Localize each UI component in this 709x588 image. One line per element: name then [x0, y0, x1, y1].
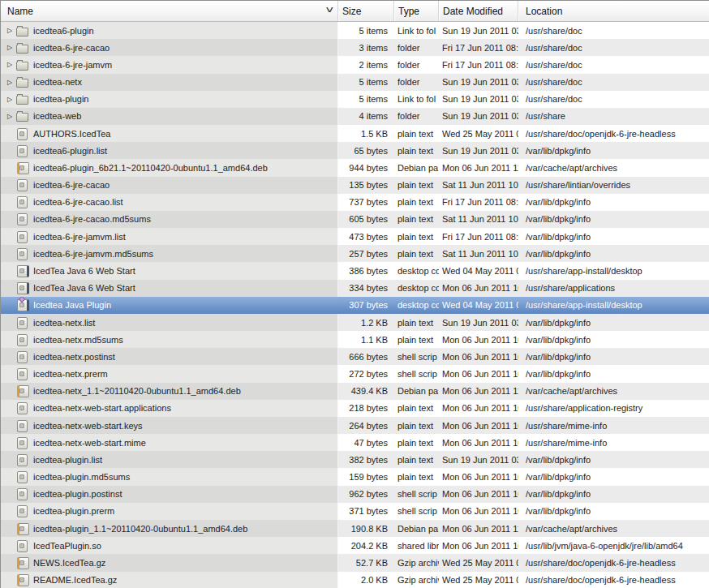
file-size: 334 bytes — [338, 280, 394, 297]
file-name: icedtea-plugin_1.1~20110420-0ubuntu1.1_a… — [33, 524, 247, 534]
file-icon — [15, 92, 28, 105]
table-row[interactable]: ▷ NEWS.IcedTea.gz 52.7 KB Gzip archiv We… — [1, 554, 709, 571]
file-date-modified: Mon 06 Jun 2011 11: — [439, 383, 518, 400]
table-row[interactable]: ▷ icedtea-plugin.postinst 962 bytes shel… — [1, 486, 709, 503]
file-name: icedtea-6-jre-cacao.list — [33, 197, 123, 207]
file-name: IcedTea Java 6 Web Start — [33, 283, 135, 293]
file-name: icedtea6-plugin_6b21.1~20110420-0ubuntu1… — [33, 163, 268, 173]
name-cell: ▷ icedtea-6-jre-jamvm.md5sums — [1, 245, 338, 262]
file-type: shell scrip — [394, 486, 439, 503]
file-size: 944 bytes — [338, 159, 394, 176]
file-type: plain text — [394, 451, 439, 468]
table-row[interactable]: ▷ icedtea6-plugin 5 items Link to fol Su… — [1, 22, 709, 39]
file-name: icedtea-netx-web-start.applications — [33, 403, 171, 413]
file-date-modified: Fri 17 Jun 2011 08:0 — [439, 228, 518, 245]
column-header-date-modified[interactable]: Date Modified — [439, 1, 518, 21]
name-cell: ▷ icedtea6-plugin_6b21.1~20110420-0ubunt… — [1, 159, 338, 176]
name-cell: ▷ icedtea-netx-web-start.mime — [1, 434, 338, 451]
column-header-size[interactable]: Size — [338, 1, 394, 21]
expander-triangle-icon[interactable]: ▷ — [4, 96, 15, 103]
file-location: /usr/share/applications — [518, 280, 709, 297]
file-size: 4 items — [338, 108, 394, 125]
table-row[interactable]: ▷ IcedTeaPlugin.so 204.2 KB shared libr … — [1, 537, 709, 554]
file-size: 218 bytes — [338, 400, 394, 417]
table-row[interactable]: ▷ icedtea-netx-web-start.mime 47 bytes p… — [1, 434, 709, 451]
table-row[interactable]: ▷ icedtea-netx.md5sums 1.1 KB plain text… — [1, 331, 709, 348]
table-row[interactable]: ▷ IcedTea Java 6 Web Start 334 bytes des… — [1, 280, 709, 297]
table-row[interactable]: ▷ icedtea-netx.list 1.2 KB plain text Su… — [1, 314, 709, 331]
file-location: /var/lib/dpkg/info — [518, 365, 709, 382]
expander-triangle-icon[interactable]: ▷ — [4, 79, 15, 86]
file-name: icedtea-6-jre-jamvm.list — [33, 232, 126, 242]
table-row[interactable]: ▷ icedtea-6-jre-cacao.list 737 bytes pla… — [1, 194, 709, 211]
file-name: icedtea-netx — [33, 77, 82, 87]
file-size: 5 items — [338, 22, 394, 39]
file-icon — [15, 453, 28, 466]
file-size: 257 bytes — [338, 245, 394, 262]
table-row[interactable]: ▷ icedtea-netx.prerm 272 bytes shell scr… — [1, 365, 709, 382]
file-type: shell scrip — [394, 348, 439, 365]
table-row[interactable]: ▷ icedtea-6-jre-jamvm.list 473 bytes pla… — [1, 228, 709, 245]
table-row[interactable]: ▷ AUTHORS.IcedTea 1.5 KB plain text Wed … — [1, 125, 709, 142]
table-row[interactable]: ▷ icedtea6-plugin_6b21.1~20110420-0ubunt… — [1, 159, 709, 176]
file-location: /usr/share/doc — [518, 56, 709, 73]
file-date-modified: Sun 19 Jun 2011 03:4 — [439, 142, 518, 159]
table-row[interactable]: ▷ icedtea-plugin_1.1~20110420-0ubuntu1.1… — [1, 520, 709, 537]
file-date-modified: Mon 06 Jun 2011 10: — [439, 537, 518, 554]
table-row[interactable]: ▷ icedtea-netx-web-start.keys 264 bytes … — [1, 417, 709, 434]
file-icon — [15, 247, 28, 260]
table-row[interactable]: ▷ icedtea-6-jre-cacao 135 bytes plain te… — [1, 177, 709, 194]
file-size: 5 items — [338, 91, 394, 108]
file-date-modified: Sun 19 Jun 2011 03:4 — [439, 314, 518, 331]
file-type: desktop co — [394, 297, 439, 314]
table-row[interactable]: ▷ icedtea-plugin.prerm 371 bytes shell s… — [1, 503, 709, 520]
table-row[interactable]: ▷ icedtea-netx 5 items folder Sun 19 Jun… — [1, 74, 709, 91]
file-name: icedtea-6-jre-cacao.md5sums — [33, 214, 151, 224]
file-date-modified: Mon 06 Jun 2011 11: — [439, 520, 518, 537]
table-row[interactable]: ▷ icedtea-web 4 items folder Sun 19 Jun … — [1, 108, 709, 125]
table-row[interactable]: ▷ icedtea6-plugin.list 65 bytes plain te… — [1, 142, 709, 159]
file-type: folder — [394, 108, 439, 125]
table-row[interactable]: ▷ README.IcedTea.gz 2.0 KB Gzip archiv W… — [1, 572, 709, 588]
table-row[interactable]: ▷ icedtea-netx.postinst 666 bytes shell … — [1, 348, 709, 365]
file-size: 3 items — [338, 39, 394, 56]
expander-triangle-icon[interactable]: ▷ — [4, 61, 15, 68]
column-header-name[interactable]: Name v — [1, 1, 338, 21]
file-icon — [15, 522, 28, 535]
table-row[interactable]: ▷ icedtea-plugin 5 items Link to fol Sun… — [1, 91, 709, 108]
file-location: /usr/share/doc/openjdk-6-jre-headless — [518, 554, 709, 571]
table-row[interactable]: ▷ icedtea-6-jre-jamvm 2 items folder Fri… — [1, 56, 709, 73]
table-row[interactable]: ▷ Icedtea Java Plugin 307 bytes desktop … — [1, 297, 709, 314]
table-row[interactable]: ▷ IcedTea Java 6 Web Start 386 bytes des… — [1, 262, 709, 279]
file-location: /var/lib/dpkg/info — [518, 142, 709, 159]
name-cell: ▷ NEWS.IcedTea.gz — [1, 554, 338, 571]
file-icon — [15, 436, 28, 449]
column-header-date-modified-label: Date Modified — [443, 6, 503, 17]
expander-triangle-icon[interactable]: ▷ — [4, 44, 15, 51]
file-name: icedtea-plugin.prerm — [33, 506, 114, 516]
file-location: /usr/share/doc — [518, 22, 709, 39]
file-name: icedtea-netx.prerm — [33, 369, 108, 379]
table-row[interactable]: ▷ icedtea-netx_1.1~20110420-0ubuntu1.1_a… — [1, 383, 709, 400]
name-cell: ▷ icedtea-netx_1.1~20110420-0ubuntu1.1_a… — [1, 383, 338, 400]
table-row[interactable]: ▷ icedtea-6-jre-cacao.md5sums 605 bytes … — [1, 211, 709, 228]
name-cell: ▷ icedtea-6-jre-cacao — [1, 39, 338, 56]
file-date-modified: Sun 19 Jun 2011 03:4 — [439, 22, 518, 39]
file-type: plain text — [394, 177, 439, 194]
name-cell: ▷ icedtea-netx.list — [1, 314, 338, 331]
column-header-type[interactable]: Type — [394, 1, 439, 21]
file-size: 204.2 KB — [338, 537, 394, 554]
table-row[interactable]: ▷ icedtea-plugin.md5sums 159 bytes plain… — [1, 468, 709, 485]
table-row[interactable]: ▷ icedtea-netx-web-start.applications 21… — [1, 400, 709, 417]
column-header-location[interactable]: Location — [518, 1, 709, 21]
file-date-modified: Wed 25 May 2011 06: — [439, 125, 518, 142]
expander-triangle-icon[interactable]: ▷ — [4, 113, 15, 120]
table-row[interactable]: ▷ icedtea-6-jre-jamvm.md5sums 257 bytes … — [1, 245, 709, 262]
expander-triangle-icon[interactable]: ▷ — [4, 27, 15, 34]
table-row[interactable]: ▷ icedtea-6-jre-cacao 3 items folder Fri… — [1, 39, 709, 56]
name-cell: ▷ icedtea-netx.prerm — [1, 365, 338, 382]
chevron-down-icon[interactable]: v — [326, 4, 333, 15]
file-date-modified: Mon 06 Jun 2011 10: — [439, 365, 518, 382]
table-row[interactable]: ▷ icedtea-plugin.list 382 bytes plain te… — [1, 451, 709, 468]
file-location: /usr/share/app-install/desktop — [518, 262, 709, 279]
